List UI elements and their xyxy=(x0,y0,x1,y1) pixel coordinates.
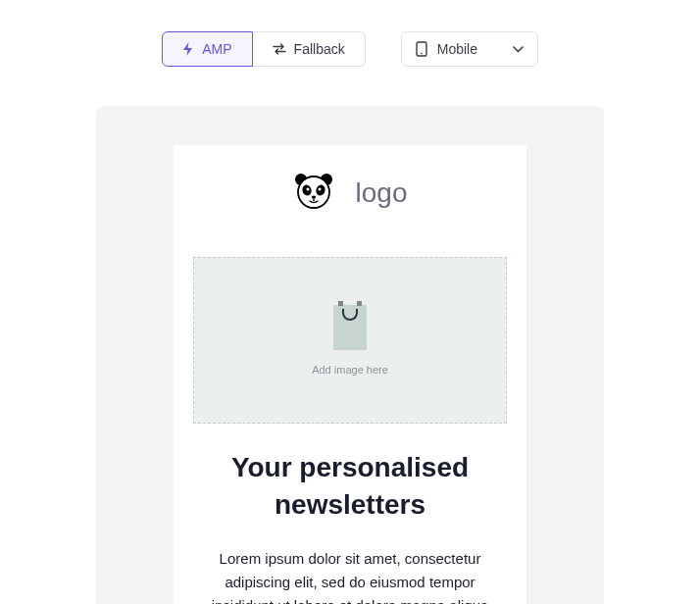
device-select-content: Mobile xyxy=(416,41,477,57)
tab-fallback[interactable]: Fallback xyxy=(253,31,366,67)
mobile-icon xyxy=(416,41,427,57)
device-select-label: Mobile xyxy=(437,41,477,57)
swap-icon xyxy=(273,43,286,55)
tab-amp-label: AMP xyxy=(202,41,231,57)
tab-amp[interactable]: AMP xyxy=(162,31,252,67)
email-body-text: Lorem ipsum dolor sit amet, consectetur … xyxy=(193,547,507,604)
email-headline: Your personalised newsletters xyxy=(193,449,507,524)
email-preview: logo Add image here Your personalised ne… xyxy=(174,145,526,604)
svg-point-1 xyxy=(421,53,423,55)
image-placeholder[interactable]: Add image here xyxy=(193,257,507,424)
logo-row: logo xyxy=(193,173,507,214)
toolbar: AMP Fallback Mobile xyxy=(0,0,700,106)
shopping-bag-icon xyxy=(333,305,367,350)
device-select[interactable]: Mobile xyxy=(401,31,538,67)
chevron-down-icon xyxy=(513,46,524,53)
lightning-icon xyxy=(182,42,194,56)
preview-area: logo Add image here Your personalised ne… xyxy=(96,106,604,604)
image-placeholder-text: Add image here xyxy=(312,364,388,376)
svg-point-8 xyxy=(318,188,321,191)
tab-fallback-label: Fallback xyxy=(294,41,345,57)
logo-text: logo xyxy=(356,177,408,209)
panda-icon xyxy=(293,173,334,214)
view-tabs: AMP Fallback xyxy=(162,31,365,67)
svg-point-7 xyxy=(306,188,309,191)
